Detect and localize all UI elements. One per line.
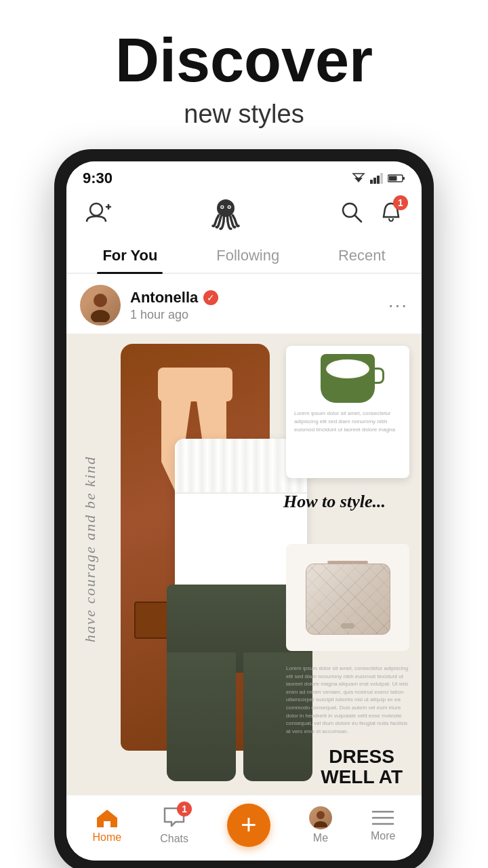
header-right: 1 — [338, 198, 405, 229]
svg-point-17 — [343, 203, 357, 217]
more-label: More — [371, 830, 395, 842]
svg-rect-8 — [389, 176, 397, 181]
svg-point-15 — [222, 206, 224, 208]
svg-rect-3 — [373, 178, 376, 184]
status-bar: 9:30 — [66, 161, 422, 190]
svg-point-20 — [91, 310, 110, 322]
hero-section: Discover new styles — [0, 0, 488, 149]
nav-me-avatar — [309, 806, 332, 829]
nav-chats[interactable]: 1 Chats — [160, 806, 188, 845]
home-icon — [96, 807, 119, 829]
notification-badge: 1 — [393, 195, 408, 210]
verified-badge-icon: ✓ — [203, 290, 218, 305]
bag-chain — [327, 561, 368, 564]
chats-icon-wrapper: 1 — [162, 806, 186, 830]
post-image: have courage and be kind — [66, 334, 422, 795]
svg-rect-2 — [370, 180, 373, 184]
wifi-icon — [351, 173, 366, 184]
hero-subtitle: new styles — [0, 100, 488, 129]
signal-icon — [370, 173, 384, 184]
app-header: 1 — [66, 190, 422, 239]
coat-collar — [158, 368, 232, 401]
chats-label: Chats — [160, 833, 188, 845]
more-options-button[interactable]: ··· — [388, 294, 408, 316]
menu-icon — [371, 808, 394, 827]
bag-card — [286, 544, 409, 651]
user-name-row: Antonella ✓ — [130, 289, 218, 307]
hero-title: Discover — [0, 27, 488, 94]
pants-left-leg — [167, 652, 236, 781]
me-avatar-icon — [311, 808, 330, 827]
post-container: Antonella ✓ 1 hour ago ··· have courage … — [66, 274, 422, 795]
post-time: 1 hour ago — [130, 308, 218, 322]
post-user: Antonella ✓ 1 hour ago — [80, 285, 218, 326]
svg-rect-7 — [403, 177, 405, 180]
user-info: Antonella ✓ 1 hour ago — [130, 289, 218, 322]
me-label: Me — [313, 832, 328, 844]
avatar-image — [80, 285, 121, 326]
chats-badge: 1 — [177, 802, 192, 816]
add-post-button[interactable]: + — [227, 804, 270, 847]
avatar — [80, 285, 121, 326]
svg-rect-5 — [380, 173, 383, 184]
nav-more[interactable]: More — [371, 808, 395, 842]
tab-for-you[interactable]: For You — [89, 239, 171, 273]
outfit-collage: have courage and be kind — [66, 334, 422, 795]
status-time: 9:30 — [83, 170, 113, 187]
lorem-text-block: Lorem ipsum dolor sit amet, consectetur … — [286, 665, 409, 735]
svg-rect-4 — [377, 176, 380, 184]
dress-well-text: DRESS WELL AT — [321, 747, 403, 787]
coffee-cup — [321, 354, 375, 403]
bag-wrapper — [306, 561, 390, 635]
add-user-icon — [85, 201, 111, 223]
notification-button[interactable]: 1 — [377, 198, 405, 229]
svg-point-12 — [217, 199, 235, 217]
svg-point-19 — [94, 294, 107, 307]
status-icons — [351, 173, 405, 184]
bag-body — [306, 564, 390, 635]
svg-point-22 — [314, 821, 327, 827]
phone-screen: 9:30 — [66, 161, 422, 861]
home-label: Home — [93, 831, 122, 844]
bag-clasp — [341, 623, 354, 629]
how-to-style-text: How to style... — [283, 491, 407, 512]
octopus-logo-icon — [208, 195, 243, 231]
svg-line-18 — [355, 216, 361, 222]
svg-point-21 — [317, 811, 325, 819]
coffee-cream — [326, 359, 369, 378]
app-logo — [208, 195, 243, 231]
svg-point-9 — [90, 203, 102, 216]
tab-recent[interactable]: Recent — [325, 239, 399, 273]
search-icon — [340, 201, 363, 224]
tab-following[interactable]: Following — [203, 239, 293, 273]
add-user-button[interactable] — [83, 199, 114, 228]
bottom-navigation: Home 1 Chats + — [66, 795, 422, 861]
post-header: Antonella ✓ 1 hour ago ··· — [66, 274, 422, 334]
svg-point-16 — [228, 206, 230, 208]
phone-frame: 9:30 — [54, 149, 434, 868]
user-name: Antonella — [130, 289, 198, 307]
header-left — [83, 199, 114, 228]
avatar-silhouette-icon — [83, 288, 117, 322]
tab-bar: For You Following Recent — [66, 239, 422, 274]
coffee-handle — [375, 368, 384, 384]
side-text: have courage and be kind — [81, 456, 99, 642]
battery-icon — [388, 174, 405, 183]
search-button[interactable] — [338, 198, 366, 229]
coffee-card: Lorem ipsum dolor sit amet, consectetur … — [286, 346, 409, 478]
nav-me[interactable]: Me — [309, 806, 332, 844]
nav-home[interactable]: Home — [93, 807, 122, 844]
coffee-card-text: Lorem ipsum dolor sit amet, consectetur … — [294, 410, 401, 434]
